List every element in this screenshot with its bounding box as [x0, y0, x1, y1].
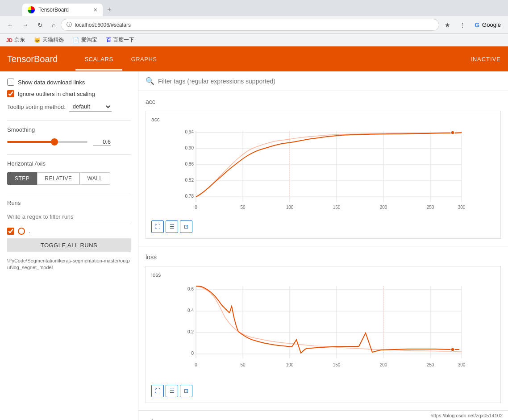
- loss-fit-button[interactable]: ⊡: [180, 385, 192, 397]
- svg-text:0.6: 0.6: [187, 287, 194, 291]
- loss-chart-title: loss: [151, 272, 495, 278]
- acc-section: acc acc 0.94 0.90 0.86 0.82 0.78: [138, 91, 508, 246]
- forward-button[interactable]: →: [19, 20, 32, 30]
- divider-1: [7, 121, 131, 121]
- run-color-0: [18, 228, 25, 235]
- svg-text:0.82: 0.82: [185, 178, 194, 183]
- browser-toolbar: ← → ↻ ⌂ ⓘ localhost:6006/#scalars ★ ⋮ G …: [0, 16, 508, 34]
- tab-bar: TensorBoard × +: [0, 0, 508, 16]
- loss-list-button[interactable]: ☰: [166, 385, 178, 397]
- run-label-0: .: [29, 228, 30, 234]
- toggle-all-button[interactable]: TOGGLE ALL RUNS: [7, 238, 131, 252]
- smoothing-value[interactable]: 0.6: [93, 138, 111, 146]
- svg-text:300: 300: [458, 205, 466, 210]
- loss-expand-button[interactable]: ⛶: [151, 385, 164, 397]
- browser-chrome: TensorBoard × + ← → ↻ ⌂ ⓘ localhost:6006…: [0, 0, 508, 46]
- run-item-0: .: [7, 228, 131, 235]
- svg-text:0.94: 0.94: [185, 129, 194, 134]
- acc-endpoint: [451, 131, 454, 134]
- url-display: localhost:6006/#scalars: [75, 22, 130, 28]
- tooltip-label: Tooltip sorting method:: [7, 104, 66, 110]
- settings-button[interactable]: ⋮: [456, 20, 469, 30]
- tb-header: TensorBoard SCALARS GRAPHS INACTIVE: [0, 46, 508, 71]
- tensorboard-app: TensorBoard SCALARS GRAPHS INACTIVE Show…: [0, 46, 508, 420]
- svg-text:150: 150: [333, 362, 341, 367]
- tmall-label: 天猫精选: [42, 36, 64, 44]
- bookmark-tmall[interactable]: 🐱 天猫精选: [31, 35, 67, 45]
- bookmark-baidu[interactable]: 百 百度一下: [104, 35, 137, 45]
- home-button[interactable]: ⌂: [48, 20, 59, 30]
- sidebar: Show data download links Ignore outliers…: [0, 71, 138, 420]
- google-icon: G: [475, 21, 479, 29]
- svg-text:150: 150: [333, 205, 341, 210]
- axis-step-button[interactable]: STEP: [7, 172, 37, 185]
- svg-text:50: 50: [240, 362, 246, 367]
- jd-icon: JD: [6, 37, 12, 43]
- acc-chart-area: 0.94 0.90 0.86 0.82 0.78: [151, 126, 495, 217]
- nav-graphs[interactable]: GRAPHS: [122, 48, 166, 71]
- new-tab-button[interactable]: +: [103, 3, 116, 16]
- nav-scalars[interactable]: SCALARS: [75, 48, 122, 71]
- run-path: \PyCode\Segmentation\keras-segmentation-…: [7, 258, 131, 271]
- reload-button[interactable]: ↻: [34, 20, 46, 30]
- ignore-outliers-label: Ignore outliers in chart scaling: [18, 91, 95, 97]
- acc-chart-title: acc: [151, 116, 495, 123]
- ignore-outliers-row: Ignore outliers in chart scaling: [7, 90, 131, 97]
- acc-list-button[interactable]: ☰: [166, 220, 178, 233]
- baidu-label: 百度一下: [113, 36, 134, 44]
- svg-text:250: 250: [427, 205, 434, 210]
- svg-text:0.90: 0.90: [185, 146, 194, 150]
- axis-relative-button[interactable]: RELATIVE: [37, 172, 79, 185]
- svg-text:200: 200: [380, 205, 387, 210]
- svg-text:100: 100: [286, 205, 294, 210]
- acc-expand-button[interactable]: ⛶: [151, 220, 164, 233]
- bookmark-taobao[interactable]: 📄 爱淘宝: [70, 35, 100, 45]
- show-download-label: Show data download links: [18, 79, 85, 86]
- taobao-label: 爱淘宝: [81, 36, 97, 44]
- svg-text:100: 100: [286, 362, 294, 367]
- axis-buttons-group: STEP RELATIVE WALL: [7, 172, 131, 185]
- acc-chart-card: acc 0.94 0.90 0.86 0.82 0.78: [146, 111, 501, 239]
- run-checkbox-0[interactable]: [7, 228, 14, 235]
- tab-favicon: [28, 6, 35, 13]
- svg-text:0.4: 0.4: [187, 308, 194, 313]
- svg-text:0.86: 0.86: [185, 162, 194, 166]
- back-button[interactable]: ←: [4, 20, 17, 30]
- show-download-checkbox[interactable]: [7, 79, 14, 86]
- axis-wall-button[interactable]: WALL: [79, 172, 110, 185]
- tab-title: TensorBoard: [38, 7, 90, 13]
- smoothing-title: Smoothing: [7, 126, 131, 133]
- address-bar[interactable]: ⓘ localhost:6006/#scalars: [61, 19, 439, 31]
- baidu-icon: 百: [106, 37, 111, 43]
- google-label: Google: [482, 21, 501, 28]
- svg-text:0.78: 0.78: [185, 194, 194, 199]
- svg-text:300: 300: [458, 362, 466, 367]
- runs-section: Runs . TOGGLE ALL RUNS \PyCode\Segmentat…: [7, 200, 131, 271]
- google-search: G Google: [471, 20, 504, 30]
- runs-filter-input[interactable]: [7, 212, 131, 222]
- loss-section-label: loss: [146, 254, 501, 261]
- search-icon: 🔍: [146, 77, 154, 85]
- ignore-outliers-checkbox[interactable]: [7, 90, 14, 97]
- loss-chart-area: 0.6 0.4 0.2 0: [151, 282, 495, 381]
- tooltip-select[interactable]: default ascending descending nearest: [69, 102, 112, 112]
- tooltip-row: Tooltip sorting method: default ascendin…: [7, 102, 131, 112]
- acc-fit-button[interactable]: ⊡: [180, 220, 192, 233]
- main-content: 🔍 acc acc 0.94 0.90 0.86 0.82 0.: [138, 71, 508, 420]
- smoothing-slider[interactable]: [7, 141, 87, 143]
- runs-title: Runs: [7, 200, 131, 206]
- svg-text:0.2: 0.2: [187, 329, 194, 334]
- filter-input[interactable]: [158, 78, 501, 85]
- smoothing-container: 0.6: [7, 138, 131, 146]
- loss-chart-svg: 0.6 0.4 0.2 0: [151, 282, 495, 380]
- acc-chart-actions: ⛶ ☰ ⊡: [151, 220, 495, 233]
- bookmark-jd[interactable]: JD 京东: [4, 35, 28, 45]
- loss-endpoint: [451, 348, 454, 351]
- svg-text:0: 0: [195, 362, 197, 367]
- bookmark-button[interactable]: ★: [441, 20, 454, 30]
- tab-close-button[interactable]: ×: [94, 6, 97, 13]
- acc-section-label: acc: [146, 98, 501, 105]
- inactive-label: INACTIVE: [471, 56, 501, 62]
- tmall-icon: 🐱: [34, 37, 41, 43]
- active-tab[interactable]: TensorBoard ×: [22, 4, 103, 16]
